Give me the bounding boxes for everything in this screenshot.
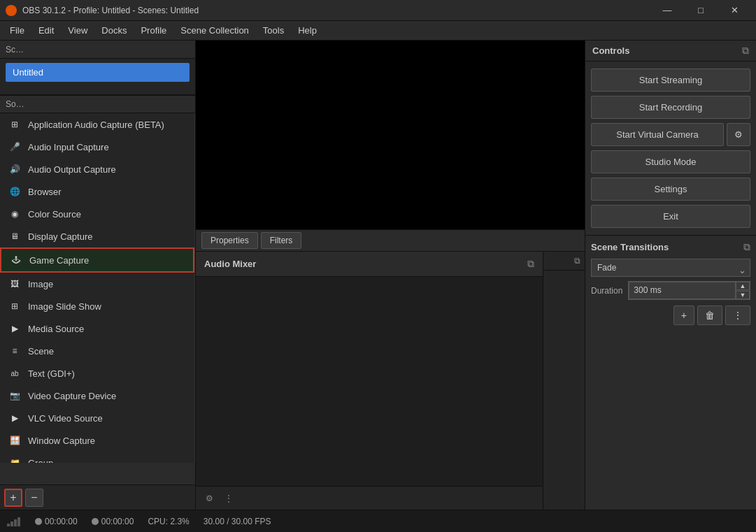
ctx-game-capture-label: Game Capture — [29, 255, 89, 266]
audio-mixer-header: Audio Mixer ⧉ — [196, 252, 543, 277]
ctx-audio-output[interactable]: 🔊 Audio Output Capture — [0, 158, 194, 180]
ctx-vlc-video-label: VLC Video Source — [28, 413, 103, 424]
svg-rect-2 — [14, 519, 17, 526]
ctx-text-gdi[interactable]: ab Text (GDI+) — [0, 362, 194, 384]
ctx-scene[interactable]: ≡ Scene — [0, 340, 194, 362]
add-transition-button[interactable]: + — [673, 305, 694, 325]
ctx-audio-output-label: Audio Output Capture — [28, 164, 116, 175]
titlebar-controls: — □ ✕ — [651, 0, 750, 21]
remove-transition-button[interactable]: 🗑 — [697, 305, 722, 325]
menu-file[interactable]: File — [3, 22, 31, 38]
menu-profile[interactable]: Profile — [134, 22, 173, 38]
preview-video — [196, 41, 585, 229]
center-column: Properties Filters Audio Mixer ⧉ ⚙ ⋮ ⧉ — [196, 41, 585, 510]
start-virtual-camera-button[interactable]: Start Virtual Camera — [591, 123, 724, 146]
fps-label: 30.00 / 30.00 FPS — [204, 517, 271, 526]
ctx-window-capture[interactable]: 🪟 Window Capture — [0, 429, 194, 452]
scene-transitions-panel: Scene Transitions ⧉ Fade Cut Duration 30… — [585, 235, 756, 331]
svg-rect-3 — [17, 517, 20, 526]
ctx-video-capture[interactable]: 📷 Video Capture Device — [0, 384, 194, 407]
tab-filters[interactable]: Filters — [261, 232, 302, 249]
app-icon — [6, 5, 17, 16]
transition-action-row: + 🗑 ⋮ — [591, 305, 750, 325]
controls-title: Controls — [592, 45, 629, 56]
bars-indicator — [7, 517, 21, 526]
ctx-group-label: Group — [28, 458, 53, 463]
settings-button[interactable]: Settings — [591, 178, 750, 201]
menu-tools[interactable]: Tools — [256, 22, 291, 38]
menu-view[interactable]: View — [61, 22, 94, 38]
scenes-label: Sc… — [6, 45, 24, 55]
scene-transitions-float-button[interactable]: ⧉ — [743, 241, 750, 253]
audio-mixer-panel: Audio Mixer ⧉ ⚙ ⋮ — [196, 252, 543, 510]
signal-bars-icon — [7, 517, 21, 526]
audio-mixer-title: Audio Mixer — [204, 259, 256, 269]
ctx-color-source[interactable]: ◉ Color Source — [0, 203, 194, 225]
ctx-app-audio[interactable]: ⊞ Application Audio Capture (BETA) — [0, 113, 194, 136]
record-time-item: 00:00:00 — [92, 517, 134, 526]
start-recording-button[interactable]: Start Recording — [591, 96, 750, 119]
close-button[interactable]: ✕ — [718, 0, 750, 21]
ctx-image-slideshow-label: Image Slide Show — [28, 301, 101, 312]
ctx-browser-label: Browser — [28, 187, 62, 197]
menu-help[interactable]: Help — [291, 22, 324, 38]
fps-item: 30.00 / 30.00 FPS — [204, 517, 271, 526]
media-source-icon: ▶ — [8, 322, 21, 335]
audio-mixer-float-button[interactable]: ⧉ — [527, 258, 534, 270]
scene-icon: ≡ — [8, 345, 21, 357]
tabs-row: Properties Filters — [196, 229, 585, 252]
duration-decrease-button[interactable]: ▼ — [736, 291, 750, 299]
controls-float-button[interactable]: ⧉ — [742, 45, 749, 57]
audio-input-icon: 🎤 — [8, 141, 21, 153]
color-source-icon: ◉ — [8, 208, 21, 220]
sources-label: So… — [6, 99, 24, 109]
stream-time-item: 00:00:00 — [35, 517, 78, 526]
svg-rect-1 — [10, 522, 13, 526]
ctx-color-source-label: Color Source — [28, 209, 81, 220]
menu-edit[interactable]: Edit — [31, 22, 61, 38]
ctx-browser[interactable]: 🌐 Browser — [0, 180, 194, 203]
start-streaming-button[interactable]: Start Streaming — [591, 69, 750, 92]
scene-transitions-header: Scene Transitions ⧉ — [591, 241, 750, 253]
controls-header: Controls ⧉ — [585, 41, 756, 62]
virtual-camera-settings-button[interactable]: ⚙ — [727, 123, 750, 146]
ctx-media-source[interactable]: ▶ Media Source — [0, 317, 194, 340]
ctx-window-capture-label: Window Capture — [28, 436, 95, 446]
display-capture-icon: 🖥 — [8, 230, 21, 243]
bottom-panels: Audio Mixer ⧉ ⚙ ⋮ ⧉ — [196, 252, 585, 510]
ctx-game-capture[interactable]: 🕹 Game Capture — [0, 247, 194, 273]
minimize-button[interactable]: — — [651, 0, 683, 21]
second-panel-float-button[interactable]: ⧉ — [574, 256, 580, 266]
exit-button[interactable]: Exit — [591, 205, 750, 228]
audio-menu-button[interactable]: ⋮ — [221, 491, 236, 506]
ctx-audio-input[interactable]: 🎤 Audio Input Capture — [0, 136, 194, 158]
app-body: Sc… Untitled So… ⊞ Application Audio Cap… — [0, 41, 756, 510]
stream-time: 00:00:00 — [45, 517, 78, 526]
transition-type-select[interactable]: Fade Cut — [591, 259, 750, 277]
ctx-group[interactable]: 📁 Group — [0, 452, 194, 463]
ctx-video-capture-label: Video Capture Device — [28, 391, 116, 401]
menu-scene-collection[interactable]: Scene Collection — [173, 22, 256, 38]
transition-menu-button[interactable]: ⋮ — [725, 305, 750, 325]
titlebar-title: OBS 30.1.2 - Profile: Untitled - Scenes:… — [22, 6, 199, 15]
scene-transitions-title: Scene Transitions — [591, 242, 669, 252]
record-dot — [92, 518, 99, 525]
window-capture-icon: 🪟 — [8, 434, 21, 447]
ctx-image-slideshow[interactable]: ⊞ Image Slide Show — [0, 295, 194, 317]
add-source-button[interactable]: + — [4, 489, 22, 507]
game-capture-icon: 🕹 — [10, 254, 22, 266]
image-icon: 🖼 — [8, 278, 21, 290]
ctx-app-audio-label: Application Audio Capture (BETA) — [28, 120, 164, 130]
audio-settings-button[interactable]: ⚙ — [201, 491, 217, 506]
studio-mode-button[interactable]: Studio Mode — [591, 150, 750, 173]
scene-item[interactable]: Untitled — [6, 63, 190, 82]
duration-increase-button[interactable]: ▲ — [736, 282, 750, 290]
ctx-vlc-video[interactable]: ▶ VLC Video Source — [0, 407, 194, 429]
menu-docks[interactable]: Docks — [94, 22, 134, 38]
ctx-display-capture[interactable]: 🖥 Display Capture — [0, 225, 194, 247]
remove-source-button[interactable]: − — [25, 489, 43, 507]
app-audio-icon: ⊞ — [8, 118, 21, 131]
maximize-button[interactable]: □ — [685, 0, 717, 21]
tab-properties[interactable]: Properties — [201, 232, 258, 249]
ctx-image[interactable]: 🖼 Image — [0, 273, 194, 295]
